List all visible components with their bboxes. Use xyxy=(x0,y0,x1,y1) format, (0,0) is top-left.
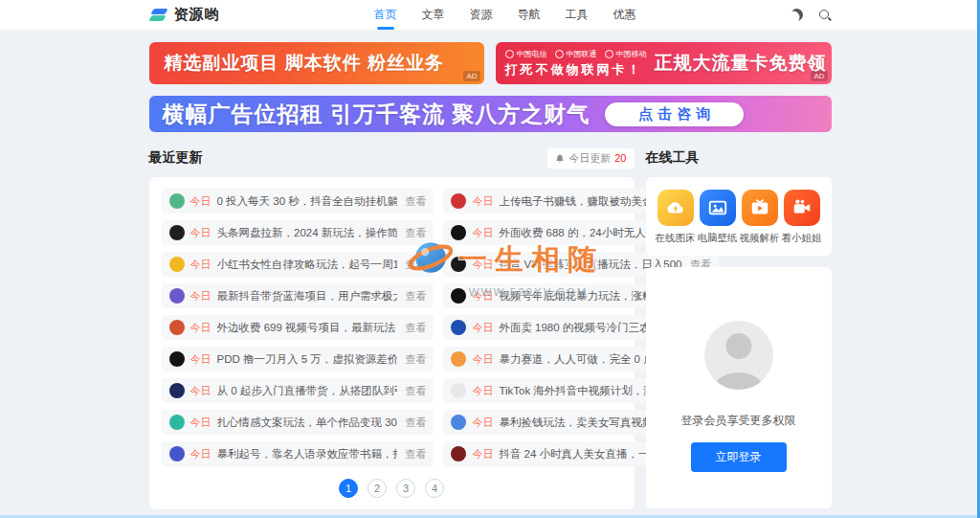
recent-updates-title: 最近更新 xyxy=(149,149,203,167)
list-item-title: 外边收费 699 视频号项目，最新玩法，... xyxy=(217,321,398,335)
list-item-date-badge: 今日 xyxy=(190,352,212,367)
wallpaper-icon xyxy=(700,190,736,226)
list-item-avatar xyxy=(169,446,185,462)
list-item-title: 0 投入每天 30 秒，抖音全自动挂机躺赚... xyxy=(217,194,398,209)
list-item-avatar xyxy=(169,193,185,209)
cloud-upload-icon xyxy=(657,190,694,226)
list-item-avatar xyxy=(451,257,466,272)
search-icon[interactable] xyxy=(818,9,832,22)
list-item-view-link[interactable]: 查看 xyxy=(405,194,426,209)
pagination-page[interactable]: 4 xyxy=(425,479,444,498)
brand-logo-link[interactable]: 资源哟 xyxy=(149,6,220,24)
carrier-logo: 中国电信 xyxy=(505,49,547,59)
list-item-title: PDD 撸一刀月入 5 万，虚拟资源差价玩... xyxy=(217,352,398,367)
dark-mode-icon[interactable] xyxy=(791,9,803,21)
today-update-badge: 今日更新 20 xyxy=(547,148,634,169)
ad-tag: AD xyxy=(463,71,479,81)
list-item-view-link[interactable]: 查看 xyxy=(405,226,426,240)
list-item-date-badge: 今日 xyxy=(472,352,493,367)
tool-item[interactable]: 看小姐姐 xyxy=(782,190,822,245)
list-item-avatar xyxy=(451,288,466,304)
tool-item-label: 在线图床 xyxy=(656,232,696,245)
wide-banner-text: 横幅广告位招租 引万千客流 聚八方之财气 xyxy=(163,100,590,129)
login-button[interactable]: 立即登录 xyxy=(691,442,787,472)
today-update-label: 今日更新 xyxy=(568,151,611,166)
list-item-avatar xyxy=(169,320,185,335)
list-item-date-badge: 今日 xyxy=(472,447,493,462)
list-item-date-badge: 今日 xyxy=(472,321,493,335)
ad-banner-left-text: 精选副业项目 脚本软件 粉丝业务 xyxy=(165,51,445,76)
pagination-page[interactable]: 1 xyxy=(339,479,358,498)
list-item-date-badge: 今日 xyxy=(472,289,493,304)
tool-item[interactable]: 电脑壁纸 xyxy=(698,190,738,245)
nav-item[interactable]: 优惠 xyxy=(613,0,636,30)
list-item-date-badge: 今日 xyxy=(472,194,493,209)
list-item-view-link[interactable]: 查看 xyxy=(405,258,426,272)
list-item-view-link[interactable]: 查看 xyxy=(405,416,426,430)
nav-item[interactable]: 工具 xyxy=(566,0,589,30)
login-card: 登录会员享受更多权限 立即登录 xyxy=(646,267,832,508)
ad-banner-left[interactable]: 精选副业项目 脚本软件 粉丝业务 AD xyxy=(149,42,484,84)
list-item-avatar xyxy=(169,225,185,240)
list-item-view-link[interactable]: 查看 xyxy=(405,289,426,304)
tool-item-label: 视频解析 xyxy=(740,232,780,245)
list-item[interactable]: 今日 0 投入每天 30 秒，抖音全自动挂机躺赚... 查看 xyxy=(162,189,434,214)
list-item-date-badge: 今日 xyxy=(472,226,493,240)
list-item[interactable]: 今日 暴利起号，靠名人语录效应带书籍，抖... 查看 xyxy=(162,441,434,466)
list-item-view-link[interactable]: 查看 xyxy=(405,352,426,367)
nav-item[interactable]: 文章 xyxy=(422,0,445,30)
pagination-page[interactable]: 2 xyxy=(368,479,387,498)
list-item[interactable]: 今日 PDD 撸一刀月入 5 万，虚拟资源差价玩... 查看 xyxy=(162,347,434,372)
pagination: 1234 xyxy=(162,479,622,498)
nav-item[interactable]: 首页 xyxy=(374,0,397,30)
list-item-title: 头条网盘拉新，2024 新玩法，操作简单... xyxy=(217,226,398,240)
list-item[interactable]: 今日 外边收费 699 视频号项目，最新玩法，... 查看 xyxy=(162,315,434,340)
list-item-date-badge: 今日 xyxy=(190,416,212,430)
list-item-avatar xyxy=(451,225,466,240)
tool-item[interactable]: 在线图床 xyxy=(656,190,696,245)
bell-icon xyxy=(555,153,565,164)
list-item-date-badge: 今日 xyxy=(190,447,212,462)
list-item-date-badge: 今日 xyxy=(190,289,212,304)
list-item-view-link[interactable]: 查看 xyxy=(405,384,426,398)
pagination-page[interactable]: 3 xyxy=(396,479,415,498)
recent-updates-list: 今日 0 投入每天 30 秒，抖音全自动挂机躺赚... 查看 今日 上传电子书赚… xyxy=(162,189,622,466)
list-item-title: 最新抖音带货蓝海项目，用户需求极大... xyxy=(217,289,398,304)
list-item-date-badge: 今日 xyxy=(190,194,212,209)
list-item-avatar xyxy=(451,320,466,335)
list-item[interactable]: 今日 小红书女性自律攻略玩法，起号一周1W... 查看 xyxy=(162,252,434,277)
list-item-avatar xyxy=(169,351,185,367)
list-item-title: 暴利起号，靠名人语录效应带书籍，抖... xyxy=(217,447,398,462)
list-item-date-badge: 今日 xyxy=(472,258,493,272)
ad-tag: AD xyxy=(811,71,827,81)
brand-icon xyxy=(149,7,168,24)
list-item-date-badge: 今日 xyxy=(190,258,212,272)
list-item-avatar xyxy=(451,351,466,367)
main-nav: 首页文章资源导航工具优惠 xyxy=(374,0,636,30)
list-item-avatar xyxy=(169,257,185,272)
tool-item-label: 电脑壁纸 xyxy=(698,232,738,245)
list-item-view-link[interactable]: 查看 xyxy=(405,321,426,335)
online-tools-title: 在线工具 xyxy=(646,149,700,167)
tool-item[interactable]: 视频解析 xyxy=(740,190,780,245)
list-item[interactable]: 今日 从 0 起步入门直播带货，从搭团队到引... 查看 xyxy=(162,378,434,403)
ad-banner-right[interactable]: 中国电信中国联通中国移动 打死不做物联网卡！ 正规大流量卡免费领 AD xyxy=(496,42,832,84)
list-item-date-badge: 今日 xyxy=(472,384,493,398)
nav-item[interactable]: 资源 xyxy=(470,0,493,30)
recent-updates-card: 今日 0 投入每天 30 秒，抖音全自动挂机躺赚... 查看 今日 上传电子书赚… xyxy=(149,177,635,509)
login-hint: 登录会员享受更多权限 xyxy=(681,413,796,429)
list-item[interactable]: 今日 扎心情感文案玩法，单个作品变现 3000... 查看 xyxy=(162,410,434,435)
consult-button[interactable]: 点击咨询 xyxy=(605,102,744,126)
list-item-date-badge: 今日 xyxy=(190,384,212,398)
list-item[interactable]: 今日 最新抖音带货蓝海项目，用户需求极大... 查看 xyxy=(162,283,434,308)
list-item-view-link[interactable]: 查看 xyxy=(405,447,426,462)
top-navbar: 资源哟 首页文章资源导航工具优惠 xyxy=(0,0,980,30)
list-item-avatar xyxy=(451,415,466,430)
wide-ad-banner[interactable]: 横幅广告位招租 引万千客流 聚八方之财气 点击咨询 xyxy=(149,96,832,132)
list-item[interactable]: 今日 头条网盘拉新，2024 新玩法，操作简单... 查看 xyxy=(162,220,434,245)
list-item-date-badge: 今日 xyxy=(190,321,212,335)
list-item-avatar xyxy=(451,193,466,209)
nav-item[interactable]: 导航 xyxy=(518,0,541,30)
online-tools-card: 在线图床 电脑壁纸 视频解析 看小姐姐 xyxy=(646,177,832,256)
list-item-title: 小红书女性自律攻略玩法，起号一周1W... xyxy=(217,258,398,272)
